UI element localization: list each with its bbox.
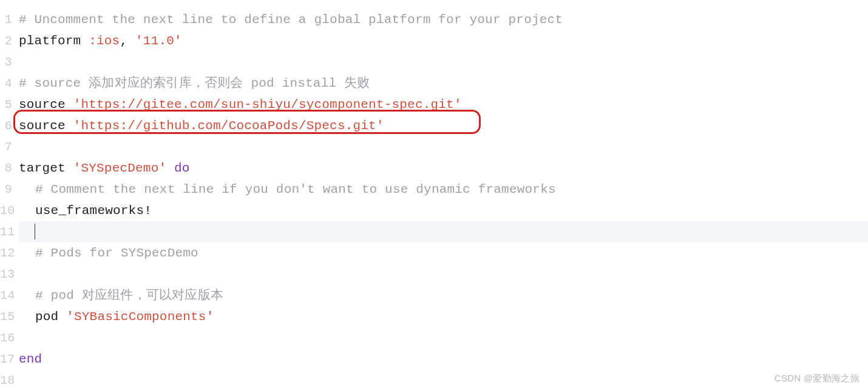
line-number: 18 (0, 370, 12, 388)
line-number: 13 (0, 264, 12, 285)
code-line[interactable]: source 'https://gitee.com/sun-shiyu/syco… (19, 94, 868, 115)
code-line[interactable]: # source 添加对应的索引库，否则会 pod install 失败 (19, 73, 868, 94)
code-token: # Uncomment the next line to define a gl… (19, 13, 563, 27)
code-line[interactable]: platform :ios, '11.0' (19, 30, 868, 52)
code-editor: 123456789101112131415161718 # Uncomment … (0, 0, 868, 388)
line-number: 4 (0, 73, 12, 94)
code-line[interactable] (19, 136, 868, 158)
code-line[interactable] (19, 327, 868, 349)
code-line[interactable]: end (19, 349, 868, 370)
code-token: do (174, 161, 190, 175)
line-number: 12 (0, 242, 12, 264)
code-line[interactable] (19, 264, 868, 285)
code-token: # Pods for SYSpecDemo (35, 246, 198, 260)
code-token: # Comment the next line if you don't wan… (35, 182, 556, 196)
code-token: source (19, 98, 73, 112)
code-token: :ios (89, 34, 120, 48)
line-number: 5 (0, 94, 12, 115)
code-token (166, 161, 174, 175)
code-line[interactable]: # Comment the next line if you don't wan… (19, 179, 868, 200)
code-token: 'https://github.com/CocoaPods/Specs.git' (73, 119, 384, 133)
code-token: 'SYSpecDemo' (73, 161, 167, 175)
code-line[interactable]: # pod 对应组件，可以对应版本 (19, 285, 868, 306)
code-token: target (19, 161, 73, 175)
code-line[interactable]: # Pods for SYSpecDemo (19, 242, 868, 264)
code-token: end (19, 352, 42, 366)
line-number: 3 (0, 52, 12, 73)
code-token: pod (35, 310, 66, 324)
code-area[interactable]: # Uncomment the next line to define a gl… (19, 0, 868, 388)
code-token: source (19, 119, 73, 133)
line-number: 7 (0, 136, 12, 158)
watermark-text: CSDN @爱勤海之旅 (775, 373, 860, 384)
code-line[interactable]: source 'https://github.com/CocoaPods/Spe… (19, 115, 868, 136)
text-caret (35, 224, 35, 239)
code-token: platform (19, 34, 89, 48)
line-number: 9 (0, 179, 12, 200)
line-number: 11 (0, 221, 12, 242)
code-line[interactable]: pod 'SYBasicComponents' (19, 306, 868, 327)
line-number-gutter: 123456789101112131415161718 (0, 0, 12, 388)
line-number: 6 (0, 115, 12, 136)
line-number: 14 (0, 285, 12, 306)
line-number: 15 (0, 306, 12, 327)
code-line[interactable] (19, 370, 868, 388)
line-number: 17 (0, 349, 12, 370)
code-token: # pod 对应组件，可以对应版本 (35, 289, 223, 303)
code-line[interactable]: use_frameworks! (19, 200, 868, 221)
line-number: 8 (0, 158, 12, 179)
code-token: # source 添加对应的索引库，否则会 pod install 失败 (19, 76, 370, 90)
line-number: 1 (0, 9, 12, 30)
code-token: 'https://gitee.com/sun-shiyu/sycomponent… (73, 98, 462, 112)
code-line[interactable] (19, 52, 868, 73)
code-line[interactable]: # Uncomment the next line to define a gl… (19, 9, 868, 30)
code-line[interactable]: target 'SYSpecDemo' do (19, 158, 868, 179)
line-number: 10 (0, 200, 12, 221)
line-number: 16 (0, 327, 12, 349)
code-line[interactable] (19, 221, 868, 242)
code-token: , (120, 34, 135, 48)
line-number: 2 (0, 30, 12, 52)
code-token: 'SYBasicComponents' (66, 310, 214, 324)
code-token: use_frameworks! (35, 204, 152, 218)
code-token: '11.0' (135, 34, 182, 48)
